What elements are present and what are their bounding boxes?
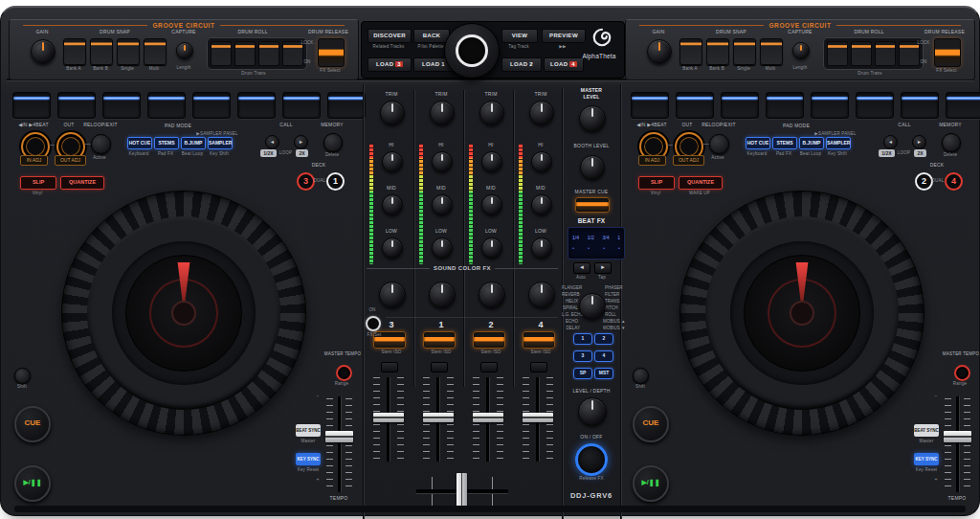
sound-color-fx-knob[interactable] <box>429 282 456 308</box>
pad-mode-hot-cue-button[interactable]: HOT CUE <box>746 137 770 149</box>
drum-snap-bank-b-button[interactable] <box>90 38 113 65</box>
shift-button[interactable] <box>633 368 649 384</box>
headphone-cue-button[interactable] <box>431 362 448 372</box>
discover-button[interactable]: DISCOVER <box>368 29 412 43</box>
fx-assign-mst-button[interactable]: MST <box>594 368 613 379</box>
fx-assign-sp-button[interactable]: SP <box>573 368 592 379</box>
level-depth-knob[interactable] <box>578 397 607 426</box>
eq-low-knob[interactable] <box>481 237 502 259</box>
shift-button[interactable] <box>14 368 31 384</box>
drum-roll-pad[interactable] <box>234 41 256 66</box>
crossfader-cap[interactable] <box>457 473 467 509</box>
sound-color-fx-knob[interactable] <box>528 282 555 308</box>
channel-fader-cap[interactable] <box>423 413 454 422</box>
channel-fader-cap[interactable] <box>523 413 553 422</box>
performance-pad-8[interactable] <box>327 92 366 119</box>
master-tempo-button[interactable] <box>336 365 352 381</box>
quantize-button[interactable]: QUANTIZE <box>60 176 104 190</box>
drum-snap-multi-button[interactable] <box>144 38 167 65</box>
pad-mode-hot-cue-button[interactable]: HOT CUE <box>127 137 152 149</box>
call-back-button[interactable]: ◄ <box>883 135 898 149</box>
drum-snap-single-button[interactable] <box>117 38 140 65</box>
headphone-cue-button[interactable] <box>480 362 498 372</box>
stem-iso-pad[interactable] <box>423 331 456 349</box>
performance-pad-6[interactable] <box>856 92 894 119</box>
beat-back-button[interactable]: ◄ <box>573 262 590 274</box>
eq-mid-knob[interactable] <box>432 194 453 215</box>
headphone-cue-button[interactable] <box>381 362 398 372</box>
beat-fx-select-knob[interactable] <box>579 293 606 320</box>
channel-fader-cap[interactable] <box>473 413 503 422</box>
gain-knob[interactable] <box>647 39 672 64</box>
preview-button[interactable]: PREVIEW <box>542 29 586 43</box>
eq-mid-knob[interactable] <box>481 194 502 215</box>
cue-button[interactable]: CUE <box>14 406 51 442</box>
eq-low-knob[interactable] <box>531 237 552 259</box>
tempo-fader-cap[interactable] <box>944 431 971 442</box>
capture-length-knob[interactable] <box>176 42 193 59</box>
drum-snap-bank-b-button[interactable] <box>706 38 729 65</box>
performance-pad-8[interactable] <box>946 92 980 119</box>
drum-roll-pad[interactable] <box>211 41 232 66</box>
performance-pad-6[interactable] <box>237 92 276 119</box>
beat-forward-button[interactable]: ► <box>594 262 612 274</box>
gain-knob[interactable] <box>31 39 56 64</box>
slip-button[interactable]: SLIP <box>638 176 675 190</box>
trim-knob[interactable] <box>430 101 455 125</box>
slip-button[interactable]: SLIP <box>20 176 56 190</box>
deck-number-right[interactable]: 1 <box>326 172 345 191</box>
stem-iso-pad[interactable] <box>523 331 555 349</box>
call-back-button[interactable]: ◄ <box>265 135 279 149</box>
performance-pad-5[interactable] <box>811 92 849 119</box>
drum-roll-pad[interactable] <box>875 41 896 66</box>
eq-hi-knob[interactable] <box>531 151 552 172</box>
memory-button[interactable] <box>323 133 343 152</box>
color-fx-on-button[interactable] <box>366 316 381 331</box>
load-3-button[interactable]: LOAD3 <box>368 57 412 72</box>
fx-assign-2-button[interactable]: 2 <box>594 333 613 345</box>
drum-roll-pad[interactable] <box>851 41 872 66</box>
sound-color-fx-knob[interactable] <box>379 282 406 308</box>
stem-iso-pad[interactable] <box>473 331 505 349</box>
performance-pad-4[interactable] <box>147 92 186 119</box>
jog-wheel[interactable] <box>61 191 306 436</box>
deck-number-right[interactable]: 4 <box>945 172 963 191</box>
performance-pad-1[interactable] <box>12 92 51 119</box>
load-2-button[interactable]: LOAD2 <box>501 57 542 72</box>
fx-assign-3-button[interactable]: 3 <box>573 350 592 362</box>
drum-release-pad[interactable] <box>934 38 961 67</box>
beat-fx-on-off-button[interactable] <box>575 443 608 476</box>
performance-pad-5[interactable] <box>192 92 231 119</box>
call-forward-button[interactable]: ► <box>912 135 926 149</box>
drum-snap-bank-a-button[interactable] <box>63 38 86 65</box>
channel-fader-cap[interactable] <box>373 413 404 422</box>
quantize-button[interactable]: QUANTIZE <box>679 176 723 190</box>
trim-knob[interactable] <box>479 101 504 125</box>
pad-mode-sampler-button[interactable]: SAMPLER <box>826 137 851 149</box>
capture-length-knob[interactable] <box>792 42 810 59</box>
performance-pad-7[interactable] <box>901 92 939 119</box>
booth-level-knob[interactable] <box>580 155 605 180</box>
performance-pad-2[interactable] <box>57 92 96 119</box>
view-button[interactable]: VIEW <box>501 29 538 43</box>
reloop-exit-button[interactable] <box>91 134 111 154</box>
tempo-fader-cap[interactable] <box>325 431 353 442</box>
pad-mode-beat-jump-button[interactable]: B.JUMP <box>181 137 206 149</box>
sound-color-fx-knob[interactable] <box>479 282 505 308</box>
browse-encoder[interactable] <box>444 23 500 79</box>
headphone-cue-button[interactable] <box>530 362 547 372</box>
eq-low-knob[interactable] <box>382 237 403 259</box>
drum-roll-pad[interactable] <box>827 41 848 66</box>
cue-button[interactable]: CUE <box>633 406 669 442</box>
play-pause-button[interactable]: ▶/❚❚ <box>633 465 669 502</box>
pad-mode-sampler-button[interactable]: SAMPLER <box>208 137 233 149</box>
eq-hi-knob[interactable] <box>432 151 453 172</box>
drum-roll-pad[interactable] <box>258 41 279 66</box>
performance-pad-7[interactable] <box>282 92 321 119</box>
eq-hi-knob[interactable] <box>481 151 502 172</box>
performance-pad-3[interactable] <box>721 92 759 119</box>
beat-sync-button[interactable]: BEAT SYNC <box>914 424 939 437</box>
play-pause-button[interactable]: ▶/❚❚ <box>14 465 51 502</box>
jog-wheel[interactable] <box>679 191 924 436</box>
load-4-button[interactable]: LOAD4 <box>544 57 584 72</box>
